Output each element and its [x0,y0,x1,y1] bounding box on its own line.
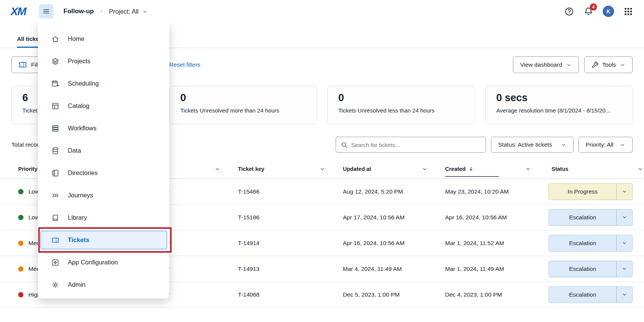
menu-item-label: Home [68,35,84,42]
stat-label: Average resolution time (8/1/2024 - 8/15… [496,107,624,114]
chevron-down-icon [566,62,572,68]
menu-item-workflows[interactable]: Workflows [38,117,169,139]
menu-item-app-configuration[interactable]: App Configuration [38,251,169,274]
menu-item-home[interactable]: Home [38,28,169,50]
status-chevron[interactable] [616,287,632,303]
scheduling-icon [51,80,59,88]
notifications-button[interactable]: 4 [583,6,594,17]
status-dropdown[interactable]: In Progress [549,183,633,200]
chevron-down-icon [622,240,627,246]
chevron-down-icon [622,189,627,194]
status-dropdown[interactable]: Escalation [549,261,633,277]
chevron-down-icon [620,62,625,68]
chevron-down-icon[interactable] [214,166,220,172]
column-header-updated-at: Updated at [343,166,445,172]
ticket-search [336,137,486,153]
search-input[interactable] [351,142,481,148]
stat-label: Tickets Unresolved less than 24 hours [338,107,466,114]
hamburger-menu-button[interactable] [39,4,53,19]
sorted-column-indicator[interactable]: Created [445,166,498,172]
ticket-key: T-15466 [238,188,343,195]
status-chevron[interactable] [616,209,632,225]
tools-button[interactable]: Tools [584,56,633,73]
ticket-key: T-15186 [238,214,343,221]
menu-item-label: Directories [68,169,98,177]
reset-filters-link[interactable]: Reset filters [169,61,200,68]
priority-dot [18,189,23,194]
chevron-down-icon[interactable] [319,166,325,172]
chevron-down-icon [622,266,627,272]
menu-item-label: Scheduling [68,80,99,87]
catalog-icon [51,102,59,110]
workflows-icon [51,124,59,133]
status-chevron[interactable] [616,261,632,277]
breadcrumb-section[interactable]: Follow-up [64,8,94,15]
journeys-icon [51,191,59,200]
menu-item-label: Projects [68,58,91,65]
created-at: Mar 1, 2024, 11:49 AM [445,266,549,272]
home-icon [51,35,59,43]
search-icon [341,141,348,148]
created-at: May 23, 2024, 10:20 AM [445,188,549,195]
toolbar-right: View dashboard Tools [513,56,633,73]
ticket-icon [18,60,27,69]
menu-item-data[interactable]: Data [38,139,169,162]
menu-item-label: App Configuration [68,259,118,266]
updated-at: Aug 12, 2024, 5:20 PM [343,188,445,195]
updated-at: Mar 4, 2024, 11:49 AM [343,266,445,272]
avatar[interactable]: K [603,6,614,17]
menu-item-catalog[interactable]: Catalog [38,95,169,117]
breadcrumb-project-dropdown[interactable]: Project: All [109,8,148,15]
priority-dot [18,241,23,246]
view-dashboard-button[interactable]: View dashboard [513,56,579,73]
chevron-down-icon[interactable] [525,166,531,172]
menu-item-label: Workflows [68,125,97,132]
menu-item-projects[interactable]: Projects [38,50,169,72]
breadcrumb-project-label: Project: All [109,8,139,15]
status-dropdown[interactable]: Escalation [549,235,633,252]
status-dropdown[interactable]: Escalation [549,286,633,303]
status-filter-dropdown[interactable]: Status: Active tickets [491,137,574,153]
chevron-down-icon[interactable] [637,166,643,172]
view-dashboard-label: View dashboard [520,61,562,68]
menu-item-library[interactable]: Library [38,206,169,229]
topbar: XM Follow-up Project: All 4 K [0,0,644,23]
nav-flyout-menu: Home Projects Scheduling Catalog Workflo… [38,23,169,299]
column-label: Priority [18,166,38,172]
stat-card-unresolved-more-24h: 0 Tickets Unresolved more than 24 hours [169,86,317,124]
menu-item-admin[interactable]: Admin [38,274,169,296]
ticket-key: T-14913 [238,266,343,272]
created-at: Apr 16, 2024, 10:56 AM [445,214,549,221]
menu-item-directories[interactable]: Directories [38,162,169,184]
apps-menu-button[interactable] [623,6,633,17]
menu-item-label: Data [68,147,81,154]
ticket-key: T-14068 [238,291,343,298]
status-value: Escalation [549,209,616,225]
menu-item-scheduling[interactable]: Scheduling [38,72,169,95]
help-button[interactable] [564,6,574,17]
stat-label: Tickets Unresolved more than 24 hours [180,107,308,114]
priority-filter-dropdown[interactable]: Priority: All [578,137,633,153]
created-at: Dec 4, 2023, 1:00 PM [445,291,549,298]
chevron-right-icon [99,9,104,14]
chevron-down-icon[interactable] [422,166,428,172]
chevron-down-icon [142,9,148,14]
app-configuration-icon [51,258,59,267]
updated-at: Apr 17, 2024, 10:56 AM [343,214,445,221]
status-value: Escalation [549,287,616,303]
menu-item-tickets[interactable]: Tickets [38,229,169,251]
status-dropdown[interactable]: Escalation [549,209,633,226]
column-header-ticket-key: Ticket key [238,166,343,172]
admin-icon [51,281,59,289]
priority-filter-label: Priority: All [586,141,613,148]
column-label: Updated at [343,166,371,172]
column-header-status: Status [549,166,633,172]
status-value: Escalation [549,235,616,251]
xm-logo[interactable]: XM [11,5,26,18]
stat-card-average-resolution-time: 0 secs Average resolution time (8/1/2024… [485,86,633,124]
menu-item-journeys[interactable]: Journeys [38,184,169,206]
status-chevron[interactable] [616,184,632,200]
status-chevron[interactable] [616,235,632,251]
topbar-actions: 4 K [564,6,644,17]
updated-at: Apr 16, 2024, 10:56 AM [343,240,445,247]
